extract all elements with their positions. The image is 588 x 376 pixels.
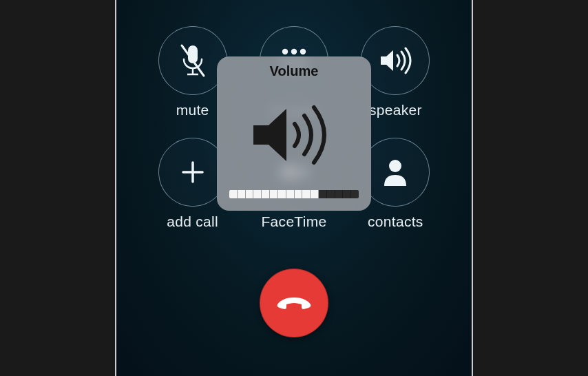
volume-segment bbox=[351, 190, 359, 198]
volume-segment bbox=[295, 190, 303, 198]
volume-segment bbox=[311, 190, 319, 198]
mute-label: mute bbox=[176, 102, 209, 118]
plus-icon bbox=[179, 158, 207, 186]
speaker-button[interactable] bbox=[361, 26, 430, 95]
volume-level-bar bbox=[229, 190, 359, 198]
volume-segment bbox=[335, 190, 344, 198]
volume-segment bbox=[319, 190, 327, 198]
volume-segment bbox=[327, 190, 335, 198]
contact-icon bbox=[381, 157, 409, 187]
volume-segment bbox=[262, 190, 270, 198]
contacts-button[interactable] bbox=[361, 138, 430, 207]
hangup-icon bbox=[275, 295, 313, 311]
volume-title: Volume bbox=[270, 63, 319, 79]
contacts-control: contacts bbox=[361, 138, 430, 230]
volume-segment bbox=[253, 190, 262, 198]
phone-call-screen: mute keypad bbox=[115, 0, 473, 376]
volume-segment bbox=[302, 190, 311, 198]
svg-point-5 bbox=[291, 49, 297, 54]
volume-icon-wrap bbox=[249, 79, 339, 190]
svg-point-16 bbox=[389, 160, 401, 172]
speaker-control: speaker bbox=[361, 26, 430, 118]
volume-segment bbox=[238, 190, 246, 198]
svg-point-6 bbox=[300, 49, 306, 54]
volume-segment bbox=[278, 190, 286, 198]
volume-segment bbox=[343, 190, 351, 198]
contacts-label: contacts bbox=[368, 213, 423, 230]
mic-mute-icon bbox=[178, 43, 208, 79]
facetime-label: FaceTime bbox=[261, 213, 326, 230]
svg-point-4 bbox=[282, 49, 288, 54]
volume-segment bbox=[229, 190, 238, 198]
end-call-row bbox=[116, 269, 472, 337]
volume-segment bbox=[246, 190, 254, 198]
add-call-label: add call bbox=[167, 213, 218, 230]
volume-speaker-icon bbox=[249, 101, 339, 169]
volume-hud: Volume bbox=[217, 56, 371, 211]
end-call-button[interactable] bbox=[260, 269, 328, 337]
speaker-icon bbox=[378, 46, 412, 75]
speaker-label: speaker bbox=[369, 102, 422, 118]
volume-segment bbox=[286, 190, 295, 198]
volume-segment bbox=[270, 190, 278, 198]
